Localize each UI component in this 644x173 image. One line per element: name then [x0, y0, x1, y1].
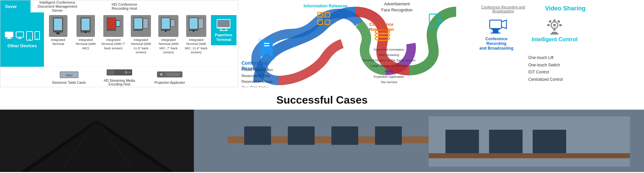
right-items-row: One-touch Lift One-touch Switch IOT Cont…: [478, 54, 639, 83]
other-devices-col: Other Devices: [0, 12, 44, 67]
conf-rec-broadcast-title: Conference Recordingand Broadcasting: [478, 37, 515, 51]
server-items: Intelligent Conference Document Manageme…: [31, 0, 145, 12]
monitor-icon: [15, 31, 24, 39]
ic-item-3: Centralized Control: [528, 76, 563, 83]
phone-icon: [35, 31, 40, 40]
svg-rect-28: [171, 20, 175, 26]
svg-rect-68: [553, 28, 555, 31]
terminal-svg-5: [160, 17, 177, 35]
svg-rect-85: [375, 126, 402, 145]
advertisement-label: Advertisement: [381, 2, 413, 6]
svg-rect-52: [264, 45, 269, 46]
center-item-0: Document Annotation: [362, 47, 416, 52]
center-item-6: Tea Service: [362, 79, 416, 85]
device-label-6: Integrated Terminal (With MIC, 11.6" bac…: [183, 38, 209, 54]
bottom-device-label-2: HD Streaming Media Encoding Host: [98, 79, 141, 86]
server-row: Sever Intelligent Conference Document Ma…: [0, 0, 238, 12]
bottom-device-1: TABLE Electronic Table Cards: [47, 70, 91, 84]
center-item-1: Web Browsing: [362, 52, 416, 58]
res-item-2: Reservation Venue: [241, 79, 273, 85]
terminal-svg-1: [51, 17, 65, 35]
svg-point-7: [29, 39, 30, 40]
successful-cases-title: Successful Cases: [0, 94, 644, 106]
res-item-0: Phone Reservation: [241, 67, 273, 73]
device-img-4: [131, 15, 151, 37]
device-img-1: [49, 15, 67, 37]
device-img-5: [158, 15, 178, 37]
server-item-2: HD Conference Recording Host: [104, 2, 145, 10]
tablet-icon: [26, 31, 33, 41]
paperless-terminal-icon: [216, 18, 231, 31]
svg-point-26: [165, 30, 167, 32]
device-item-1: Integrated Terminal: [45, 15, 71, 46]
conf-res-icon-group: [258, 39, 275, 60]
gear-icon: [544, 17, 565, 35]
svg-rect-51: [264, 43, 269, 44]
video-sharing-title: Video Sharing: [545, 5, 586, 12]
paperless-terminal-box: Paperless Terminal: [211, 15, 236, 45]
svg-rect-88: [489, 130, 523, 153]
diagram-container: Conference Reservation Phone Reservation…: [238, 0, 473, 87]
res-item-3: One-Click Notice: [241, 85, 273, 87]
other-devices-label: Other Devices: [7, 43, 37, 48]
advertisement-box: Advertisement Face Recognition: [381, 2, 413, 12]
top-section: Sever Intelligent Conference Document Ma…: [0, 0, 644, 87]
svg-rect-1: [8, 37, 10, 38]
svg-rect-89: [533, 130, 566, 153]
bottom-images: [0, 110, 644, 172]
conf-recording-broadcast-label: Conference Recording and Broadcasting: [478, 5, 528, 13]
svg-rect-33: [199, 19, 203, 28]
intelligent-control-items: One-touch Lift One-touch Switch IOT Cont…: [528, 54, 563, 83]
svg-point-48: [160, 73, 162, 75]
paperless-terminal-label: Paperless Terminal: [211, 33, 236, 42]
bottom-device-3: Projection Applicator: [148, 70, 192, 84]
right-top-row: Conference Recording and Broadcasting Vi…: [478, 3, 639, 13]
svg-rect-11: [54, 18, 62, 30]
conf-reservation-items: Phone Reservation Reservation Time Reser…: [241, 67, 273, 87]
device-item-5: Integrated Terminal (With MIC, 7" back s…: [156, 15, 181, 54]
bottom-device-label-1: Electronic Table Cards: [52, 81, 86, 84]
svg-rect-43: [107, 70, 114, 75]
svg-rect-61: [490, 20, 501, 28]
bottom-img-left: [0, 110, 194, 172]
svg-rect-82: [244, 126, 271, 145]
svg-rect-69: [547, 24, 550, 26]
terminal-svg-6: [188, 17, 205, 35]
svg-rect-74: [550, 33, 558, 35]
res-item-1: Reservation Time: [241, 73, 273, 79]
svg-rect-84: [331, 126, 358, 145]
center-item-5: Projection Application: [362, 74, 416, 79]
svg-rect-67: [553, 19, 555, 22]
conf-rec-broadcast-icon-area: Conference Recordingand Broadcasting: [478, 17, 518, 51]
svg-rect-71: [548, 20, 552, 23]
ic-item-2: IOT Control: [528, 69, 563, 76]
svg-rect-3: [16, 32, 23, 37]
device-label-1: Integrated Terminal: [45, 38, 71, 46]
svg-point-44: [125, 71, 127, 74]
device-item-3: Integrated Terminal (With 7" back screen…: [101, 15, 126, 50]
device-label-2: Integrated Terminal (With MIC): [73, 38, 98, 50]
video-sharing-area: Video Sharing: [538, 5, 586, 12]
svg-rect-70: [559, 24, 562, 26]
device-img-6: [186, 15, 206, 37]
terminal-svg-3: [106, 17, 121, 35]
right-panel: Conference Recording and Broadcasting Vi…: [473, 0, 644, 87]
device-img-3: [103, 15, 123, 37]
svg-rect-64: [491, 33, 500, 34]
other-devices-icons: [4, 31, 40, 41]
svg-rect-30: [190, 18, 198, 29]
info-release-title: Information Releasse: [304, 3, 348, 8]
successful-cases-section: Successful Cases: [0, 87, 644, 110]
center-item-4: Voting: [362, 69, 416, 74]
conference-room-svg: [194, 110, 644, 172]
conf-rec-icon: [488, 17, 508, 35]
svg-rect-23: [143, 19, 148, 28]
svg-rect-87: [445, 130, 479, 153]
svg-point-15: [85, 31, 87, 33]
server-item-1: Intelligent Conference Document Manageme…: [37, 0, 77, 12]
svg-rect-21: [134, 18, 142, 29]
intelligent-control-title: Intelligent Control: [532, 37, 578, 43]
svg-point-66: [553, 24, 556, 26]
gear-icon-area: Intelligent Control: [532, 17, 578, 43]
svg-rect-72: [557, 20, 560, 23]
